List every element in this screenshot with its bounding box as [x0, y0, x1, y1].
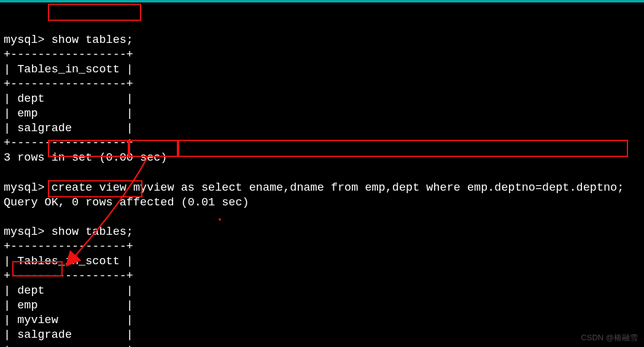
out-4: | dept |: [4, 93, 133, 105]
cmd-2a[interactable]: create view: [52, 181, 133, 194]
highlight-box-4: [178, 140, 628, 157]
out-2: | Tables_in_scott |: [4, 63, 133, 76]
out-5: | emp |: [4, 107, 133, 120]
red-dot: [219, 218, 221, 221]
out-6: | salgrade |: [4, 122, 133, 135]
out-12: +-----------------+: [4, 270, 133, 283]
cmd-2c[interactable]: as select ename,dname from emp,dept wher…: [181, 181, 624, 194]
out-10: +-----------------+: [4, 240, 133, 253]
prompt-1: mysql>: [4, 34, 52, 47]
cmd-1[interactable]: show tables;: [52, 34, 133, 47]
out-17: +-----------------+: [4, 343, 133, 347]
out-3: +-----------------+: [4, 78, 133, 91]
out-7: +-----------------+: [4, 137, 133, 150]
cmd-3[interactable]: show tables;: [52, 226, 133, 238]
highlight-box-1: [48, 4, 141, 21]
out-1: +-----------------+: [4, 48, 133, 61]
out-8: 3 rows in set (0.00 sec): [4, 151, 167, 164]
out-9: Query OK, 0 rows affected (0.01 sec): [4, 196, 249, 209]
terminal-window[interactable]: mysql> show tables; +-----------------+ …: [0, 0, 644, 347]
cmd-2b[interactable]: myview: [133, 181, 181, 194]
title-bar: [0, 0, 644, 2]
out-13: | dept |: [4, 284, 133, 297]
out-15: | myview |: [4, 314, 133, 327]
prompt-2: mysql>: [4, 181, 52, 194]
out-16: | salgrade |: [4, 329, 133, 341]
prompt-3: mysql>: [4, 226, 52, 238]
watermark: CSDN @椿融雪: [581, 333, 638, 343]
out-14: | emp |: [4, 299, 133, 312]
out-11: | Tables_in_scott |: [4, 255, 133, 268]
